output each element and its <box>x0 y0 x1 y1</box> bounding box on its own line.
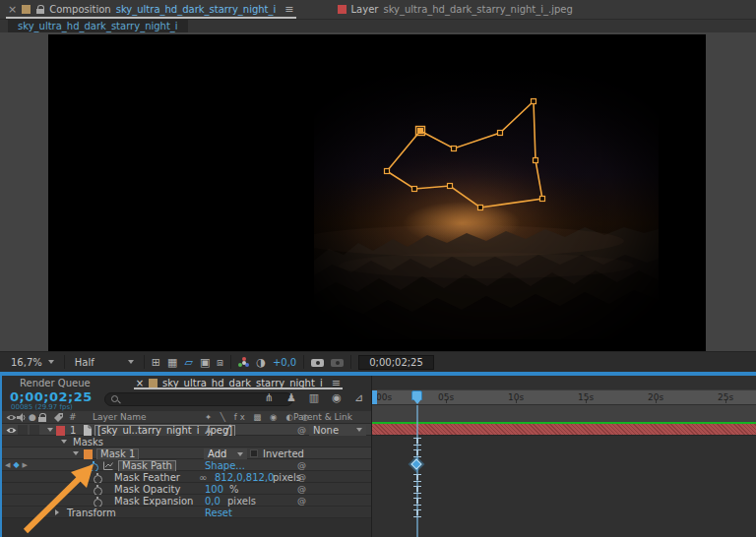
solo-toggle[interactable] <box>30 425 39 435</box>
layer-row[interactable]: 1 [sky_ul..tarry_night_i_.jpeg] ♟ ╱ @ No… <box>2 424 371 436</box>
mask-mode-value: Add <box>208 448 226 459</box>
snapshot-icon[interactable] <box>311 358 324 367</box>
tab-render-queue[interactable]: Render Queue <box>10 376 100 389</box>
timeline-graph-area[interactable]: :00s 05s 10s 15s 20s 25s <box>371 376 756 537</box>
mask-opacity-stopwatch-icon[interactable] <box>93 483 101 495</box>
mask1-row[interactable]: Mask 1 Add Inverted <box>2 448 371 459</box>
mask-vertex-handle <box>498 131 503 136</box>
mask-mode-dropdown[interactable]: Add <box>204 448 247 459</box>
channel-settings-icon[interactable] <box>238 357 249 368</box>
mini-flowchart-icon[interactable]: ⋔ <box>265 391 274 404</box>
exposure-value[interactable]: +0,0 <box>273 357 296 368</box>
region-of-interest-icon[interactable]: ▣ <box>200 357 210 368</box>
property-pickwhip-icon[interactable]: @ <box>297 472 306 482</box>
shy-toggle[interactable]: ♟ <box>205 424 213 436</box>
mask-opacity-value[interactable]: 100 <box>205 483 223 495</box>
panel-tab-bar: × Composition sky_ultra_hd_dark_starry_n… <box>0 0 756 20</box>
video-column-icon[interactable] <box>6 411 17 423</box>
parent-dropdown[interactable]: None <box>309 425 366 436</box>
constrain-link-icon[interactable]: ∞ <box>199 471 207 483</box>
view-options-icon[interactable]: ⧈ <box>217 357 223 368</box>
parent-link-column-header[interactable]: Parent & Link <box>293 411 352 423</box>
draft-3d-icon[interactable]: ♟ <box>286 391 296 404</box>
transparency-grid-icon[interactable]: ▦ <box>167 357 177 368</box>
tab-composition[interactable]: × Composition sky_ultra_hd_dark_starry_n… <box>0 0 302 20</box>
mask-path-label[interactable]: Mask Path <box>118 460 176 472</box>
mask-inverted-checkbox[interactable] <box>250 449 258 457</box>
mask-expansion-value[interactable]: 0,0 <box>205 495 220 507</box>
audio-toggle[interactable] <box>18 425 28 435</box>
viewer-subtab[interactable]: sky_ultra_hd_dark_starry_night_i <box>8 20 188 32</box>
mask1-name[interactable]: Mask 1 <box>96 448 139 460</box>
graph-editor-icon[interactable]: ⊿ <box>354 391 363 404</box>
layer-duration-bar[interactable] <box>372 424 756 436</box>
frame-blending-icon[interactable]: ▥ <box>309 391 319 404</box>
playhead-row-marker <box>413 449 421 457</box>
time-ruler[interactable]: :00s 05s 10s 15s 20s 25s <box>372 389 756 405</box>
mask-path-keyframe[interactable] <box>410 458 421 469</box>
panel-menu-icon[interactable]: ≡ <box>284 3 293 16</box>
playhead[interactable] <box>411 390 422 400</box>
lock-column-icon[interactable] <box>37 411 46 423</box>
magnification-dropdown[interactable]: 16,7% <box>8 357 57 368</box>
mask-vertex-handle <box>532 99 536 104</box>
audio-column-icon[interactable] <box>17 411 26 423</box>
mask-inverted-label: Inverted <box>263 448 304 459</box>
mask-expansion-stopwatch-icon[interactable] <box>93 495 101 507</box>
mask-expansion-row[interactable]: Mask Expansion 0,0 pixels @ <box>2 495 371 507</box>
reset-exposure-icon[interactable]: ◑ <box>256 357 266 368</box>
work-area-start-handle[interactable] <box>372 390 377 404</box>
property-pickwhip-icon[interactable]: @ <box>297 460 306 470</box>
mask-feather-value[interactable]: 812,0,812,0 <box>215 471 274 483</box>
viewer-toolbar: 16,7% Half ⊞ ▦ ▱ ▣ ⧈ ◑ +0,0 0;00;02;25 <box>0 351 756 372</box>
mask-opacity-unit: % <box>229 483 239 495</box>
panel-menu-icon[interactable]: ≡ <box>332 377 341 389</box>
transform-row[interactable]: Transform Reset <box>2 507 371 518</box>
grid-guides-icon[interactable]: ⊞ <box>152 357 160 368</box>
masks-group-row[interactable]: Masks <box>2 436 371 448</box>
show-snapshot-icon[interactable] <box>331 358 344 367</box>
label-column-icon[interactable] <box>53 411 64 423</box>
mask1-expand-chevron-icon[interactable] <box>73 448 79 459</box>
mask-path-overlay[interactable] <box>48 34 706 351</box>
prev-keyframe-icon[interactable]: ◀ <box>5 461 10 469</box>
mask-path-row[interactable]: ◀ ◆ ▶ Mask Path Shape... @ <box>2 459 371 471</box>
composition-view[interactable] <box>48 34 706 351</box>
include-in-graph-icon[interactable] <box>103 459 113 471</box>
layer-name-column-header[interactable]: Layer Name <box>93 411 147 423</box>
keyframe-navigator[interactable]: ◀ ◆ ▶ <box>5 460 28 469</box>
close-icon[interactable]: × <box>136 378 144 388</box>
lock-icon[interactable] <box>35 5 44 14</box>
property-pickwhip-icon[interactable]: @ <box>297 484 306 494</box>
next-keyframe-icon[interactable]: ▶ <box>23 461 28 469</box>
layer-visibility-eye-icon[interactable] <box>6 424 17 436</box>
mask-opacity-row[interactable]: Mask Opacity 100 % @ <box>2 483 371 495</box>
mask-visibility-icon[interactable]: ▱ <box>184 357 192 368</box>
chevron-down-icon <box>237 452 243 456</box>
playhead-row-marker <box>413 474 421 482</box>
layer-tab-name: sky_ultra_hd_dark_starry_night_i_.jpeg <box>383 4 572 15</box>
mask-feather-stopwatch-icon[interactable] <box>93 471 101 483</box>
mask-path-value[interactable]: Shape... <box>205 459 245 471</box>
property-pickwhip-icon[interactable]: @ <box>297 496 306 506</box>
layer-expand-chevron-icon[interactable] <box>47 424 53 436</box>
resolution-dropdown[interactable]: Half <box>72 357 137 368</box>
solo-column-icon[interactable]: ● <box>29 411 36 423</box>
after-effects-app: × Composition sky_ultra_hd_dark_starry_n… <box>0 0 756 537</box>
mask-path-stopwatch-icon[interactable] <box>89 459 97 471</box>
chevron-down-icon <box>128 360 134 364</box>
tab-layer[interactable]: Layer sky_ultra_hd_dark_starry_night_i_.… <box>330 0 581 20</box>
viewer-timecode[interactable]: 0;00;02;25 <box>358 355 434 370</box>
transform-reset[interactable]: Reset <box>205 507 232 518</box>
transform-expand-chevron-icon[interactable] <box>55 507 59 518</box>
masks-expand-chevron-icon[interactable] <box>61 436 67 448</box>
mask-feather-row[interactable]: Mask Feather ∞ 812,0,812,0 pixels @ <box>2 471 371 483</box>
layer-name[interactable]: [sky_ul..tarry_night_i_.jpeg] <box>94 425 235 437</box>
close-icon[interactable]: × <box>8 3 17 16</box>
quality-toggle[interactable]: ╱ <box>224 424 230 436</box>
tab-timeline-comp[interactable]: × sky_ultra_hd_dark_starry_night_i ≡ <box>126 376 350 389</box>
keyframe-toggle-icon[interactable]: ◆ <box>13 460 19 469</box>
parent-pickwhip-icon[interactable]: @ <box>297 425 306 435</box>
motion-blur-icon[interactable]: ◉ <box>332 391 342 404</box>
current-time-display[interactable]: 0;00;02;25 <box>10 389 93 404</box>
